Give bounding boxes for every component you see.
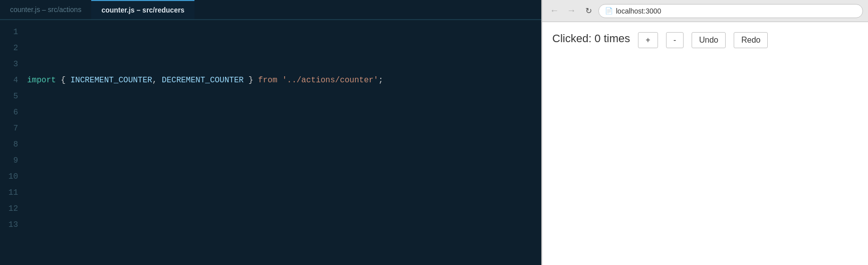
code-line-1: import { INCREMENT_COUNTER, DECREMENT_CO…: [27, 72, 537, 88]
redo-button[interactable]: Redo: [734, 32, 768, 48]
decrement-button[interactable]: -: [666, 32, 684, 48]
address-bar[interactable]: 📄 localhost:3000: [598, 4, 863, 18]
editor-panel: counter.js – src/actions counter.js – sr…: [0, 0, 541, 265]
browser-content: Clicked: 0 times + - Undo Redo: [542, 22, 868, 265]
forward-button[interactable]: →: [564, 4, 578, 18]
clicked-label: Clicked: 0 times: [552, 32, 630, 45]
browser-toolbar: ← → ↻ 📄 localhost:3000: [542, 0, 868, 22]
tab-reducers-label: counter.js – src/reducers: [101, 6, 184, 14]
browser-panel: ← → ↻ 📄 localhost:3000 Clicked: 0 times …: [541, 0, 868, 265]
increment-button[interactable]: +: [638, 32, 658, 48]
tab-actions-label: counter.js – src/actions: [10, 6, 81, 14]
back-button[interactable]: ←: [547, 4, 561, 18]
page-icon: 📄: [605, 7, 613, 15]
code-content: import { INCREMENT_COUNTER, DECREMENT_CO…: [23, 24, 541, 261]
address-text: localhost:3000: [616, 7, 661, 15]
code-area: 1 2 3 4 5 6 7 8 9 10 11 12 13 import { I…: [0, 20, 541, 265]
tab-reducers[interactable]: counter.js – src/reducers: [91, 0, 194, 19]
code-line-3: [27, 201, 537, 217]
undo-button[interactable]: Undo: [692, 32, 726, 48]
code-line-2: [27, 137, 537, 153]
refresh-button[interactable]: ↻: [581, 4, 595, 18]
tab-bar: counter.js – src/actions counter.js – sr…: [0, 0, 541, 20]
tab-actions[interactable]: counter.js – src/actions: [0, 0, 91, 19]
line-numbers: 1 2 3 4 5 6 7 8 9 10 11 12 13: [0, 24, 23, 261]
